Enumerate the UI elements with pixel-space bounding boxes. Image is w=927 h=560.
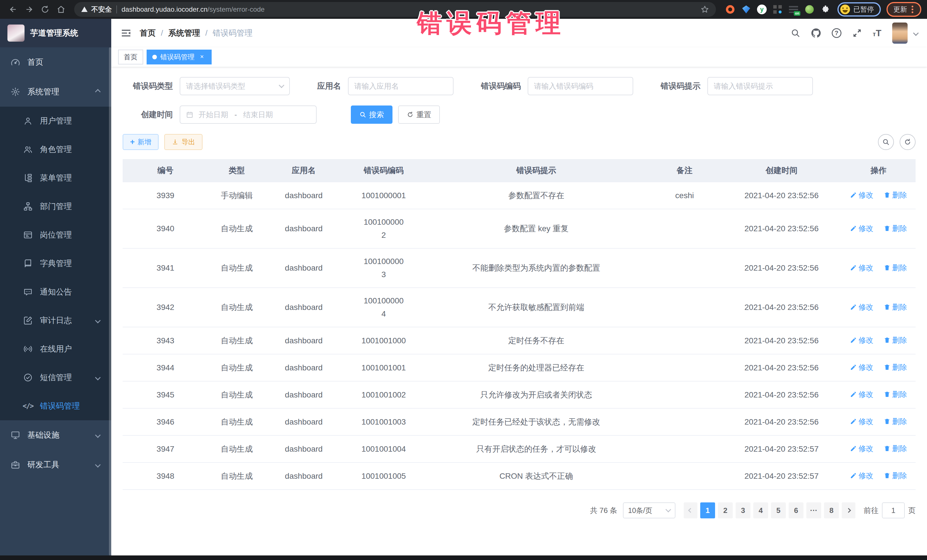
- bookmark-star-icon[interactable]: [701, 5, 709, 14]
- page-button[interactable]: 3: [736, 502, 751, 518]
- y-extension-icon[interactable]: y: [757, 5, 767, 14]
- list-extension-icon[interactable]: on: [789, 4, 799, 15]
- refresh-table-button[interactable]: [900, 134, 916, 150]
- edit-link[interactable]: 修改: [850, 334, 873, 347]
- sidebar-item[interactable]: 部门管理: [0, 192, 111, 221]
- delete-link[interactable]: 删除: [884, 261, 907, 274]
- trash-icon: [884, 445, 891, 452]
- delete-link[interactable]: 删除: [884, 334, 907, 347]
- edit-link[interactable]: 修改: [850, 188, 873, 202]
- code-icon: </>: [23, 401, 33, 411]
- help-icon[interactable]: ?: [832, 28, 842, 38]
- error-type-select[interactable]: 请选择错误码类型: [180, 77, 290, 95]
- sidebar-scrollbar[interactable]: [109, 47, 111, 555]
- sidebar-item[interactable]: 菜单管理: [0, 164, 111, 192]
- edit-pencil-icon: [850, 337, 857, 344]
- delete-link[interactable]: 删除: [884, 300, 907, 314]
- kebab-menu-icon[interactable]: [912, 9, 913, 10]
- breadcrumb-home[interactable]: 首页: [140, 28, 156, 38]
- sidebar-item[interactable]: 岗位管理: [0, 221, 111, 249]
- sidebar-item[interactable]: 审计日志: [0, 306, 111, 335]
- font-size-icon[interactable]: тT: [873, 28, 881, 38]
- sidebar-toggle-icon[interactable]: [120, 27, 132, 39]
- app-name-input[interactable]: [354, 82, 447, 91]
- adblock-extension-icon[interactable]: [725, 4, 736, 15]
- delete-link[interactable]: 删除: [884, 388, 907, 401]
- prev-page-button[interactable]: [684, 502, 698, 518]
- date-range-picker[interactable]: 开始日期 - 结束日期: [180, 106, 317, 124]
- edit-link[interactable]: 修改: [850, 442, 873, 455]
- add-button[interactable]: + 新增: [123, 134, 159, 150]
- cell-time: 2021-04-20 23:52:56: [722, 209, 842, 248]
- delete-link[interactable]: 删除: [884, 222, 907, 235]
- sidebar-item[interactable]: 基础设施: [0, 420, 111, 450]
- reset-button[interactable]: 重置: [398, 106, 440, 124]
- sidebar-item[interactable]: 系统管理: [0, 77, 111, 107]
- cell-time: 2021-04-20 23:52:56: [722, 288, 842, 327]
- delete-link[interactable]: 删除: [884, 415, 907, 428]
- cell-msg: 定时任务已经处于该状态，无需修改: [425, 408, 647, 436]
- goto-page-input[interactable]: [882, 502, 905, 518]
- url-bar[interactable]: 不安全 dashboard.yudao.iocoder.cn/system/er…: [74, 2, 716, 17]
- header-search-icon[interactable]: [791, 28, 800, 38]
- cell-type: 自动生成: [208, 209, 265, 248]
- delete-link[interactable]: 删除: [884, 469, 907, 482]
- github-icon[interactable]: [811, 28, 821, 38]
- edit-link[interactable]: 修改: [850, 300, 873, 314]
- delete-link[interactable]: 删除: [884, 361, 907, 374]
- gem-extension-icon[interactable]: [741, 4, 751, 15]
- edit-link[interactable]: 修改: [850, 388, 873, 401]
- edit-link[interactable]: 修改: [850, 222, 873, 235]
- reload-icon[interactable]: [38, 2, 53, 17]
- page-button[interactable]: ···: [806, 502, 821, 518]
- show-search-toggle-button[interactable]: [878, 134, 894, 150]
- edit-pencil-icon: [850, 304, 857, 311]
- home-icon[interactable]: [54, 2, 68, 17]
- puzzle-extensions-icon[interactable]: [820, 4, 831, 15]
- sidebar-item[interactable]: 角色管理: [0, 135, 111, 164]
- delete-link[interactable]: 删除: [884, 442, 907, 455]
- app-logo[interactable]: 芋道管理系统: [0, 19, 111, 47]
- cell-code: 100100000 2: [342, 209, 425, 248]
- delete-link[interactable]: 删除: [884, 188, 907, 202]
- page-size-select[interactable]: 10条/页: [623, 502, 675, 518]
- sidebar-item[interactable]: 研发工具: [0, 450, 111, 480]
- back-icon[interactable]: [6, 2, 21, 17]
- tag[interactable]: 错误码管理 ×: [147, 50, 212, 64]
- sidebar-item[interactable]: 首页: [0, 47, 111, 77]
- error-code-input[interactable]: [534, 82, 627, 91]
- browser-profile-chip[interactable]: 已暂停: [837, 2, 881, 17]
- sidebar-item[interactable]: 在线用户: [0, 335, 111, 363]
- export-button[interactable]: 导出: [164, 134, 202, 150]
- blocks-extension-icon[interactable]: [772, 4, 783, 15]
- edit-link[interactable]: 修改: [850, 361, 873, 374]
- page-button[interactable]: 2: [718, 502, 733, 518]
- key-extension-icon[interactable]: [804, 4, 815, 15]
- page-button[interactable]: 6: [789, 502, 804, 518]
- close-icon[interactable]: ×: [198, 53, 206, 61]
- table-row: 3942 自动生成 dashboard 100100000 4 不允许获取敏感配…: [123, 288, 916, 327]
- sidebar-item[interactable]: 通知公告: [0, 278, 111, 306]
- search-button[interactable]: 搜索: [351, 106, 392, 124]
- forward-icon[interactable]: [22, 2, 36, 17]
- browser-update-button[interactable]: 更新: [886, 2, 921, 17]
- sidebar-item[interactable]: 短信管理: [0, 363, 111, 392]
- chevron-down-icon[interactable]: [913, 30, 919, 36]
- breadcrumb-system[interactable]: 系统管理: [168, 28, 200, 38]
- edit-link[interactable]: 修改: [850, 415, 873, 428]
- sidebar-item[interactable]: </> 错误码管理: [0, 392, 111, 420]
- page-button[interactable]: 5: [771, 502, 786, 518]
- sidebar-item[interactable]: 用户管理: [0, 107, 111, 135]
- edit-link[interactable]: 修改: [850, 469, 873, 482]
- fullscreen-icon[interactable]: [852, 28, 862, 38]
- error-hint-input[interactable]: [714, 82, 807, 91]
- sidebar-item[interactable]: 字典管理: [0, 249, 111, 278]
- user-avatar[interactable]: [892, 23, 907, 44]
- security-chip[interactable]: 不安全: [81, 5, 112, 14]
- tag[interactable]: 首页 ×: [118, 50, 143, 64]
- page-button[interactable]: 4: [753, 502, 768, 518]
- edit-link[interactable]: 修改: [850, 261, 873, 274]
- page-button[interactable]: 8: [824, 502, 839, 518]
- page-button[interactable]: 1: [700, 502, 715, 518]
- next-page-button[interactable]: [842, 502, 856, 518]
